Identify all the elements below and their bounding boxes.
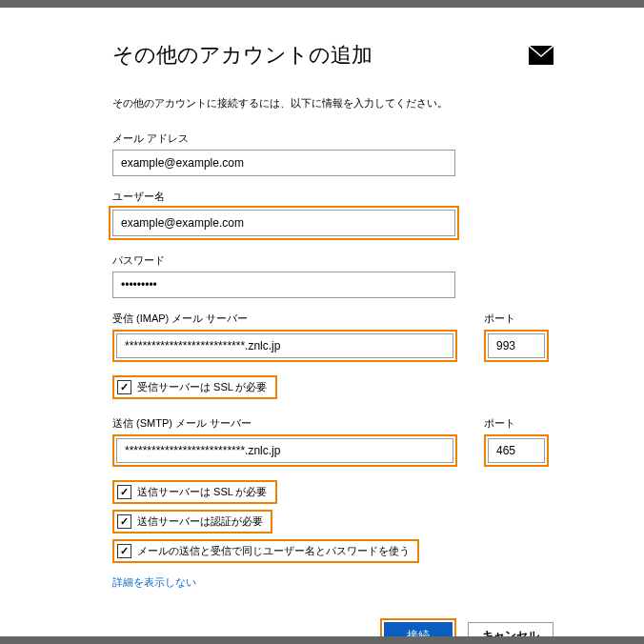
username-input[interactable] <box>112 210 455 236</box>
imap-port-input[interactable] <box>488 333 545 358</box>
imap-server-highlight <box>112 330 457 362</box>
smtp-server-label: 送信 (SMTP) メール サーバー <box>112 416 457 431</box>
password-label: パスワード <box>112 253 553 268</box>
check-icon: ✓ <box>120 382 129 392</box>
outgoing-ssl-checkbox[interactable]: ✓ <box>117 485 131 499</box>
dialog-subtitle: その他のアカウントに接続するには、以下に情報を入力してください。 <box>112 96 553 111</box>
smtp-port-label: ポート <box>484 416 549 431</box>
outgoing-ssl-label: 送信サーバーは SSL が必要 <box>137 485 268 499</box>
same-credentials-highlight: ✓ メールの送信と受信で同じユーザー名とパスワードを使う <box>112 539 419 563</box>
imap-port-label: ポート <box>484 312 549 326</box>
dialog-content: その他のアカウントの追加 その他のアカウントに接続するには、以下に情報を入力して… <box>0 8 644 644</box>
same-credentials-row: ✓ メールの送信と受信で同じユーザー名とパスワードを使う <box>112 539 553 563</box>
incoming-ssl-highlight: ✓ 受信サーバーは SSL が必要 <box>112 375 277 399</box>
smtp-server-highlight <box>112 434 457 467</box>
outgoing-ssl-highlight: ✓ 送信サーバーは SSL が必要 <box>112 480 277 504</box>
username-field-group: ユーザー名 <box>112 190 553 240</box>
dialog-header: その他のアカウントの追加 <box>112 41 553 70</box>
imap-field-group: 受信 (IMAP) メール サーバー ポート <box>112 312 553 362</box>
incoming-ssl-label: 受信サーバーは SSL が必要 <box>137 380 268 394</box>
check-icon: ✓ <box>120 546 129 556</box>
check-icon: ✓ <box>120 516 129 527</box>
email-field-group: メール アドレス <box>112 131 553 176</box>
check-icon: ✓ <box>120 487 129 497</box>
email-label: メール アドレス <box>112 131 553 146</box>
username-label: ユーザー名 <box>112 190 553 204</box>
imap-port-highlight <box>484 330 549 362</box>
hide-details-link[interactable]: 詳細を表示しない <box>112 576 196 588</box>
incoming-ssl-row: ✓ 受信サーバーは SSL が必要 <box>112 375 553 399</box>
smtp-server-input[interactable] <box>116 438 453 463</box>
incoming-ssl-checkbox[interactable]: ✓ <box>117 380 131 394</box>
outgoing-auth-label: 送信サーバーは認証が必要 <box>137 514 263 529</box>
outgoing-auth-highlight: ✓ 送信サーバーは認証が必要 <box>112 510 272 533</box>
mail-icon <box>529 46 553 65</box>
outgoing-auth-checkbox[interactable]: ✓ <box>117 514 131 529</box>
details-link-row: 詳細を表示しない <box>112 573 553 590</box>
imap-server-input[interactable] <box>116 333 453 358</box>
dialog-title: その他のアカウントの追加 <box>112 41 372 70</box>
smtp-field-group: 送信 (SMTP) メール サーバー ポート <box>112 416 553 467</box>
bottom-chrome-bar <box>0 636 644 644</box>
username-highlight <box>109 206 459 240</box>
smtp-port-highlight <box>484 434 549 467</box>
same-credentials-checkbox[interactable]: ✓ <box>117 544 131 558</box>
password-input[interactable] <box>112 272 455 298</box>
same-credentials-label: メールの送信と受信で同じユーザー名とパスワードを使う <box>137 544 410 558</box>
password-field-group: パスワード <box>112 253 553 298</box>
outgoing-auth-row: ✓ 送信サーバーは認証が必要 <box>112 510 553 533</box>
smtp-port-input[interactable] <box>488 438 545 463</box>
outgoing-ssl-row: ✓ 送信サーバーは SSL が必要 <box>112 480 553 504</box>
top-chrome-bar <box>0 0 644 8</box>
imap-server-label: 受信 (IMAP) メール サーバー <box>112 312 457 326</box>
email-input[interactable] <box>112 150 455 176</box>
